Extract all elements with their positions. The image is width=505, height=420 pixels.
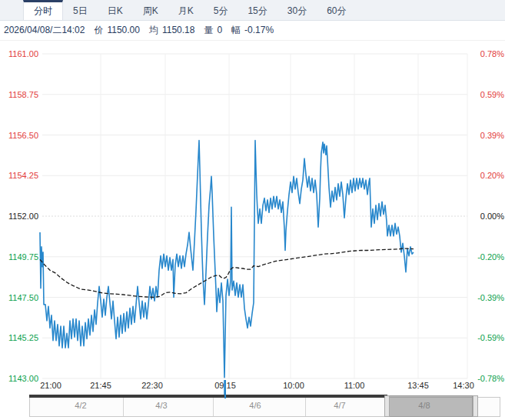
y-axis-left-label: 1161.00 — [0, 49, 38, 58]
x-axis-label: 21:45 — [90, 381, 111, 390]
y-axis-left-label: 1145.25 — [0, 333, 38, 342]
y-axis-right-label: 0.00% — [468, 212, 504, 221]
navigator-section-divider — [305, 398, 306, 416]
navigator-date-label[interactable]: 4/7 — [334, 401, 345, 410]
y-axis-left-label: 1154.25 — [0, 171, 38, 180]
navigator-date-label[interactable]: 4/2 — [75, 401, 86, 410]
navigator-date-label[interactable]: 4/3 — [155, 401, 167, 410]
navigator-position-marker — [224, 380, 226, 398]
navigator-section-divider — [123, 398, 124, 416]
navigator-selection[interactable] — [387, 395, 473, 417]
navigator-left-handle[interactable] — [384, 395, 390, 417]
x-axis-label: 14:30 — [453, 381, 474, 390]
y-axis-left-label: 1158.75 — [0, 90, 38, 99]
navigator-top-bar — [29, 395, 387, 398]
y-axis-right-label: -0.59% — [468, 333, 504, 342]
chart-window: 分时5日日K周K月K5分15分30分60分 2026/04/08/二14:02 … — [0, 0, 505, 420]
x-axis-label: 22:30 — [141, 381, 163, 390]
x-axis-label: 13:45 — [407, 381, 429, 390]
plot-crosshair-target[interactable] — [44, 48, 467, 379]
x-axis-label: 11:00 — [344, 381, 365, 390]
y-axis-left-label: 1149.75 — [0, 252, 38, 262]
navigator-date-label[interactable]: 4/6 — [249, 401, 261, 410]
navigator-right-handle[interactable] — [473, 395, 478, 417]
y-axis-left-label: 1143.00 — [0, 374, 38, 383]
y-axis-right-label: 0.59% — [468, 90, 504, 99]
y-axis-left-label: 1156.50 — [0, 131, 38, 140]
y-axis-right-label: -0.20% — [468, 252, 504, 262]
y-axis-left-label: 1152.00 — [0, 212, 38, 221]
x-axis-label: 21:00 — [40, 381, 61, 390]
y-axis-right-label: -0.39% — [468, 293, 504, 302]
y-axis-right-label: 0.20% — [468, 171, 504, 180]
navigator-section-divider — [213, 398, 214, 416]
y-axis-left-label: 1147.50 — [0, 293, 38, 302]
y-axis-right-label: 0.39% — [468, 131, 504, 140]
x-axis-label: 10:00 — [283, 381, 304, 390]
y-axis-right-label: 0.78% — [468, 49, 504, 58]
